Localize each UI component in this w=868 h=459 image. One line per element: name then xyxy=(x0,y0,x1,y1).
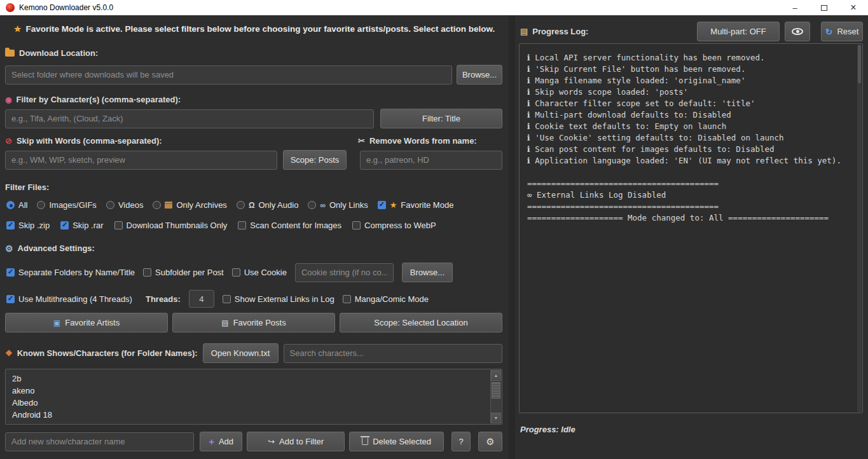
browse-cookie-button[interactable]: Browse... xyxy=(402,263,453,282)
separate-folders-checkbox[interactable]: Separate Folders by Name/Title xyxy=(6,268,135,277)
remove-words-label: ✂ Remove Words from name: xyxy=(358,136,477,146)
favorite-mode-checkbox[interactable]: ★ Favorite Mode xyxy=(378,200,454,210)
favorite-artists-button[interactable]: ▣ Favorite Artists xyxy=(5,313,168,332)
favorite-posts-button[interactable]: ▤ Favorite Posts xyxy=(172,313,335,332)
checkbox-indicator xyxy=(343,295,351,303)
multithreading-checkbox[interactable]: Use Multithreading (4 Threads) xyxy=(6,294,132,304)
progress-log-output[interactable]: ℹ Local API server functionality has bee… xyxy=(519,43,863,413)
list-item[interactable]: Android 21 xyxy=(12,422,502,425)
scroll-thumb[interactable] xyxy=(492,382,500,399)
maximize-icon xyxy=(821,5,827,11)
manga-mode-checkbox[interactable]: Manga/Comic Mode xyxy=(343,294,429,304)
maximize-button[interactable] xyxy=(809,0,839,15)
browse-download-button[interactable]: Browse... xyxy=(457,65,502,85)
checkbox-indicator xyxy=(232,268,240,277)
list-item[interactable]: Android 18 xyxy=(12,410,502,422)
threads-label: Threads: xyxy=(146,294,181,304)
list-item[interactable]: Albedo xyxy=(12,398,502,410)
subfolder-per-post-checkbox[interactable]: Subfolder per Post xyxy=(143,268,224,277)
scan-content-label: Scan Content for Images xyxy=(250,221,341,230)
minimize-icon: – xyxy=(792,3,797,13)
scope-location-button[interactable]: Scope: Selected Location xyxy=(340,313,502,332)
remove-words-input[interactable] xyxy=(360,151,502,170)
radio-images-label: Images/GIFs xyxy=(49,200,96,210)
character-mascot-icon: ❖ xyxy=(5,349,13,357)
skip-scope-label: Scope: Posts xyxy=(291,155,340,165)
skip-zip-label: Skip .zip xyxy=(18,221,50,230)
skip-rar-checkbox[interactable]: Skip .rar xyxy=(60,221,103,230)
help-button[interactable]: ? xyxy=(451,432,471,451)
archive-box-icon xyxy=(165,202,172,209)
scan-content-checkbox[interactable]: Scan Content for Images xyxy=(238,221,341,230)
radio-only-links[interactable]: ∞ Only Links xyxy=(308,200,368,210)
log-line: ℹ Skip words scope loaded: 'posts' xyxy=(527,86,855,98)
radio-only-audio[interactable]: Ω Only Audio xyxy=(237,200,299,210)
radio-images-gifs[interactable]: Images/GIFs xyxy=(37,200,96,210)
close-button[interactable]: × xyxy=(839,0,868,15)
compress-webp-checkbox[interactable]: Compress to WebP xyxy=(352,221,436,230)
compress-webp-label: Compress to WebP xyxy=(364,221,436,230)
link-icon: ∞ xyxy=(320,202,326,209)
filter-files-label-text: Filter Files: xyxy=(5,182,49,192)
radio-archives-label: Only Archives xyxy=(176,200,226,210)
list-item[interactable]: 2b xyxy=(12,374,502,386)
skip-rar-label: Skip .rar xyxy=(72,221,103,230)
add-button[interactable]: + Add xyxy=(200,432,243,451)
gear-icon: ⚙ xyxy=(5,244,13,253)
known-characters-label-text: Known Shows/Characters (for Folder Names… xyxy=(17,348,198,358)
add-to-filter-button[interactable]: ↪ Add to Filter xyxy=(247,432,344,451)
favorite-posts-label: Favorite Posts xyxy=(233,318,286,327)
scroll-down-button[interactable]: ▼ xyxy=(491,413,501,423)
log-line: ======================================== xyxy=(527,201,855,212)
thumbnails-only-checkbox[interactable]: Download Thumbnails Only xyxy=(114,221,228,230)
filter-scope-button[interactable]: Filter: Title xyxy=(380,109,502,128)
skip-scope-button[interactable]: Scope: Posts xyxy=(283,150,347,170)
radio-indicator xyxy=(237,201,245,209)
character-filter-icon: ◉ xyxy=(5,96,11,104)
radio-only-archives[interactable]: Only Archives xyxy=(153,200,226,210)
scroll-track[interactable] xyxy=(491,381,501,413)
list-item[interactable]: akeno xyxy=(12,386,502,398)
minimize-button[interactable]: – xyxy=(780,0,809,15)
radio-all-label: All xyxy=(18,200,27,210)
cookie-string-input[interactable] xyxy=(295,263,394,282)
help-label: ? xyxy=(459,437,464,446)
log-scrollbar[interactable] xyxy=(857,45,862,412)
checkbox-indicator xyxy=(238,221,246,230)
list-scrollbar[interactable]: ▲ ▼ xyxy=(490,370,501,423)
favorite-artists-label: Favorite Artists xyxy=(65,318,120,327)
favorite-mode-label: Favorite Mode xyxy=(401,200,453,210)
panel-splitter[interactable] xyxy=(509,15,515,459)
skip-words-input[interactable] xyxy=(5,151,277,170)
progress-status: Progress: Idle xyxy=(520,425,575,434)
radio-links-label: Only Links xyxy=(329,200,368,210)
settings-button[interactable]: ⚙ xyxy=(478,432,502,451)
log-scroll-thumb[interactable] xyxy=(858,45,861,83)
add-character-input[interactable] xyxy=(5,432,194,451)
radio-all[interactable]: All xyxy=(6,200,27,210)
open-known-txt-button[interactable]: Open Known.txt xyxy=(203,343,279,363)
character-filter-input[interactable] xyxy=(5,109,374,128)
filter-files-radio-row: All Images/GIFs Videos Only Archives Ω O… xyxy=(6,200,453,210)
delete-selected-button[interactable]: Delete Selected xyxy=(349,432,444,451)
download-location-label: Download Location: xyxy=(5,48,98,58)
multipart-toggle-button[interactable]: Multi-part: OFF xyxy=(697,22,780,41)
advanced-row-1: Separate Folders by Name/Title Subfolder… xyxy=(6,263,453,282)
reset-button[interactable]: ↻ Reset xyxy=(821,22,863,41)
plus-icon: + xyxy=(209,437,214,446)
scroll-up-button[interactable]: ▲ xyxy=(491,370,501,381)
known-characters-list[interactable]: 2b akeno Albedo Android 18 Android 21 ▲ … xyxy=(5,369,502,425)
download-location-input[interactable] xyxy=(5,65,452,85)
skip-zip-checkbox[interactable]: Skip .zip xyxy=(6,221,50,230)
toggle-log-view-button[interactable] xyxy=(785,22,810,41)
search-characters-input[interactable] xyxy=(284,344,502,363)
use-cookie-checkbox[interactable]: Use Cookie xyxy=(232,268,287,277)
filter-scope-label: Filter: Title xyxy=(422,114,460,123)
threads-input[interactable] xyxy=(189,290,214,308)
scissors-icon: ✂ xyxy=(358,137,365,145)
radio-videos[interactable]: Videos xyxy=(106,200,144,210)
chevron-down-icon: ▼ xyxy=(494,416,499,420)
download-location-label-text: Download Location: xyxy=(19,48,98,58)
log-line: ℹ Character filter scope set to default:… xyxy=(527,98,855,109)
show-external-links-checkbox[interactable]: Show External Links in Log xyxy=(223,294,334,304)
